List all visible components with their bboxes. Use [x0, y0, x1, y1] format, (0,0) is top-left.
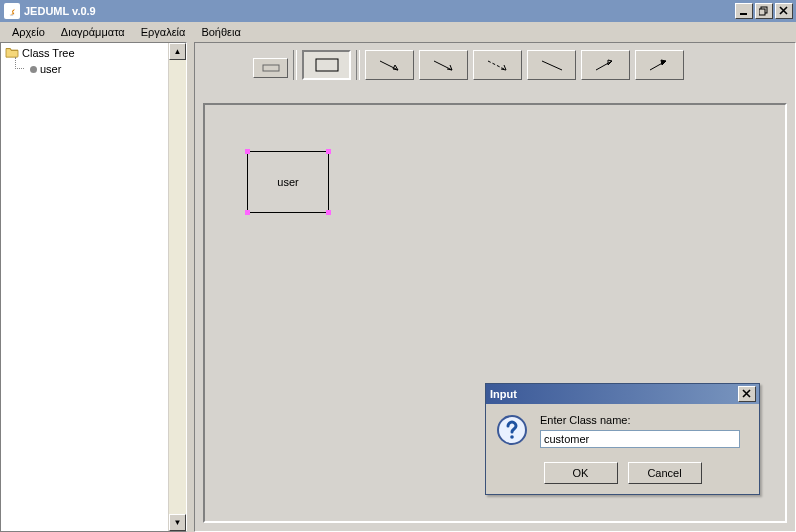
- toolbar-separator: [356, 50, 360, 80]
- folder-icon: [5, 46, 19, 60]
- tree-root[interactable]: Class Tree: [1, 45, 186, 61]
- dialog-title: Input: [490, 388, 738, 400]
- dialog-close-button[interactable]: [738, 386, 756, 402]
- class-tree-panel: Class Tree user ▲ ▼: [0, 42, 187, 532]
- menu-bar: Αρχείο Διαγράμματα Εργαλεία Βοήθεια: [0, 22, 796, 42]
- tree-item[interactable]: user: [1, 61, 186, 77]
- svg-rect-0: [740, 13, 747, 15]
- scroll-track[interactable]: [169, 60, 186, 514]
- svg-point-12: [510, 435, 514, 439]
- scroll-down-button[interactable]: ▼: [169, 514, 186, 531]
- rect-tool[interactable]: [302, 50, 351, 80]
- svg-line-7: [488, 61, 506, 70]
- java-app-icon: [4, 3, 20, 19]
- input-dialog: Input Enter Class name:: [485, 383, 760, 495]
- class-name-input[interactable]: [540, 430, 740, 448]
- assoc-arrow-tool[interactable]: [365, 50, 414, 80]
- menu-help[interactable]: Βοήθεια: [193, 24, 248, 40]
- tree-connector-icon: [5, 61, 25, 77]
- menu-tools[interactable]: Εργαλεία: [133, 24, 194, 40]
- svg-line-6: [434, 61, 452, 70]
- uml-class-label: user: [277, 176, 298, 188]
- realize-arrow-tool[interactable]: [635, 50, 684, 80]
- window-title-bar: JEDUML v.0.9: [0, 0, 796, 22]
- svg-line-8: [542, 61, 562, 70]
- minimize-button[interactable]: [735, 3, 753, 19]
- line-tool[interactable]: [527, 50, 576, 80]
- svg-rect-4: [316, 59, 338, 71]
- tool-toolbar: [253, 50, 684, 80]
- question-icon: [496, 414, 528, 446]
- menu-diagrams[interactable]: Διαγράμματα: [53, 24, 133, 40]
- dependency-arrow-tool[interactable]: [473, 50, 522, 80]
- svg-rect-3: [263, 65, 279, 71]
- resize-handle-br[interactable]: [326, 210, 331, 215]
- toolbar-separator: [293, 50, 297, 80]
- directed-arrow-tool[interactable]: [419, 50, 468, 80]
- close-button[interactable]: [775, 3, 793, 19]
- dialog-prompt: Enter Class name:: [540, 414, 749, 426]
- resize-handle-tl[interactable]: [245, 149, 250, 154]
- tree-item-label: user: [40, 63, 61, 75]
- dialog-title-bar: Input: [486, 384, 759, 404]
- mini-rect-tool[interactable]: [253, 58, 288, 78]
- diagram-area: user Input: [194, 42, 796, 532]
- window-controls: [735, 3, 793, 19]
- menu-file[interactable]: Αρχείο: [4, 24, 53, 40]
- svg-line-9: [596, 61, 612, 70]
- svg-rect-2: [759, 9, 765, 15]
- cancel-button[interactable]: Cancel: [628, 462, 702, 484]
- restore-button[interactable]: [755, 3, 773, 19]
- resize-handle-bl[interactable]: [245, 210, 250, 215]
- tree-root-label: Class Tree: [22, 47, 75, 59]
- scroll-up-button[interactable]: ▲: [169, 43, 186, 60]
- ok-button[interactable]: OK: [544, 462, 618, 484]
- uml-class-box[interactable]: user: [247, 151, 329, 213]
- resize-handle-tr[interactable]: [326, 149, 331, 154]
- tree-scrollbar[interactable]: ▲ ▼: [168, 43, 186, 531]
- split-handle[interactable]: [187, 42, 194, 532]
- window-title: JEDUML v.0.9: [24, 5, 735, 17]
- class-leaf-icon: [30, 66, 37, 73]
- generalize-arrow-tool[interactable]: [581, 50, 630, 80]
